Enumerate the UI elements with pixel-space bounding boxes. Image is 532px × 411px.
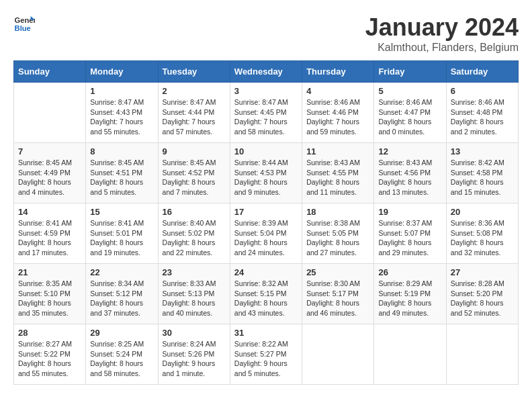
day-number: 13	[451, 146, 514, 156]
day-number: 7	[18, 146, 81, 156]
calendar-cell	[446, 324, 518, 385]
day-number: 5	[378, 86, 441, 96]
day-info: Sunrise: 8:42 AM Sunset: 4:58 PM Dayligh…	[451, 158, 514, 197]
calendar-week-3: 14Sunrise: 8:41 AM Sunset: 4:59 PM Dayli…	[14, 203, 519, 264]
calendar-cell: 13Sunrise: 8:42 AM Sunset: 4:58 PM Dayli…	[446, 143, 518, 203]
day-number: 29	[90, 328, 153, 338]
day-header-sunday: Sunday	[14, 61, 86, 83]
day-info: Sunrise: 8:37 AM Sunset: 5:07 PM Dayligh…	[378, 218, 441, 258]
calendar-cell: 9Sunrise: 8:45 AM Sunset: 4:52 PM Daylig…	[158, 143, 230, 203]
calendar-cell: 2Sunrise: 8:47 AM Sunset: 4:44 PM Daylig…	[158, 83, 230, 143]
calendar-cell: 10Sunrise: 8:44 AM Sunset: 4:53 PM Dayli…	[230, 143, 302, 203]
header: General Blue January 2024 Kalmthout, Fla…	[13, 13, 519, 54]
day-header-wednesday: Wednesday	[230, 61, 302, 83]
day-number: 19	[378, 207, 441, 217]
day-info: Sunrise: 8:41 AM Sunset: 5:01 PM Dayligh…	[90, 218, 153, 258]
day-header-monday: Monday	[86, 61, 158, 83]
day-number: 3	[234, 86, 298, 96]
day-number: 9	[163, 146, 226, 156]
calendar-cell: 18Sunrise: 8:38 AM Sunset: 5:05 PM Dayli…	[302, 203, 374, 264]
day-info: Sunrise: 8:45 AM Sunset: 4:49 PM Dayligh…	[18, 158, 81, 197]
day-number: 20	[451, 207, 514, 217]
calendar-week-5: 28Sunrise: 8:27 AM Sunset: 5:22 PM Dayli…	[14, 324, 519, 385]
calendar-cell: 19Sunrise: 8:37 AM Sunset: 5:07 PM Dayli…	[374, 203, 446, 264]
day-number: 10	[234, 146, 298, 156]
calendar-cell	[14, 83, 86, 143]
day-info: Sunrise: 8:25 AM Sunset: 5:24 PM Dayligh…	[90, 339, 153, 379]
day-number: 4	[306, 86, 369, 96]
calendar-week-1: 1Sunrise: 8:47 AM Sunset: 4:43 PM Daylig…	[14, 83, 519, 143]
day-number: 8	[90, 146, 153, 156]
calendar-cell: 5Sunrise: 8:46 AM Sunset: 4:47 PM Daylig…	[374, 83, 446, 143]
subtitle: Kalmthout, Flanders, Belgium	[365, 42, 519, 54]
day-number: 26	[378, 267, 441, 277]
calendar-cell	[302, 324, 374, 385]
day-info: Sunrise: 8:27 AM Sunset: 5:22 PM Dayligh…	[18, 339, 81, 379]
day-info: Sunrise: 8:45 AM Sunset: 4:52 PM Dayligh…	[163, 158, 226, 197]
calendar-cell: 25Sunrise: 8:30 AM Sunset: 5:17 PM Dayli…	[302, 264, 374, 324]
main-title: January 2024	[365, 13, 519, 42]
day-number: 25	[306, 267, 369, 277]
day-info: Sunrise: 8:33 AM Sunset: 5:13 PM Dayligh…	[163, 279, 226, 318]
calendar-cell: 15Sunrise: 8:41 AM Sunset: 5:01 PM Dayli…	[86, 203, 158, 264]
day-info: Sunrise: 8:47 AM Sunset: 4:45 PM Dayligh…	[234, 97, 298, 137]
day-info: Sunrise: 8:38 AM Sunset: 5:05 PM Dayligh…	[306, 218, 369, 258]
day-info: Sunrise: 8:43 AM Sunset: 4:55 PM Dayligh…	[306, 158, 369, 197]
calendar-table: SundayMondayTuesdayWednesdayThursdayFrid…	[13, 60, 519, 385]
day-info: Sunrise: 8:43 AM Sunset: 4:56 PM Dayligh…	[378, 158, 441, 197]
logo-icon: General Blue	[13, 13, 35, 35]
calendar-cell: 31Sunrise: 8:22 AM Sunset: 5:27 PM Dayli…	[230, 324, 302, 385]
day-info: Sunrise: 8:46 AM Sunset: 4:48 PM Dayligh…	[451, 97, 514, 137]
calendar-cell: 14Sunrise: 8:41 AM Sunset: 4:59 PM Dayli…	[14, 203, 86, 264]
title-section: January 2024 Kalmthout, Flanders, Belgiu…	[365, 13, 519, 54]
day-info: Sunrise: 8:41 AM Sunset: 4:59 PM Dayligh…	[18, 218, 81, 258]
day-number: 2	[163, 86, 226, 96]
day-info: Sunrise: 8:47 AM Sunset: 4:43 PM Dayligh…	[90, 97, 153, 137]
calendar-cell: 12Sunrise: 8:43 AM Sunset: 4:56 PM Dayli…	[374, 143, 446, 203]
calendar-week-2: 7Sunrise: 8:45 AM Sunset: 4:49 PM Daylig…	[14, 143, 519, 203]
calendar-cell: 22Sunrise: 8:34 AM Sunset: 5:12 PM Dayli…	[86, 264, 158, 324]
svg-text:Blue: Blue	[15, 24, 31, 32]
day-number: 27	[451, 267, 514, 277]
day-info: Sunrise: 8:22 AM Sunset: 5:27 PM Dayligh…	[234, 339, 298, 379]
day-number: 11	[306, 146, 369, 156]
calendar-cell: 16Sunrise: 8:40 AM Sunset: 5:02 PM Dayli…	[158, 203, 230, 264]
day-info: Sunrise: 8:45 AM Sunset: 4:51 PM Dayligh…	[90, 158, 153, 197]
day-number: 12	[378, 146, 441, 156]
day-info: Sunrise: 8:36 AM Sunset: 5:08 PM Dayligh…	[451, 218, 514, 258]
day-header-thursday: Thursday	[302, 61, 374, 83]
calendar-cell: 24Sunrise: 8:32 AM Sunset: 5:15 PM Dayli…	[230, 264, 302, 324]
calendar-week-4: 21Sunrise: 8:35 AM Sunset: 5:10 PM Dayli…	[14, 264, 519, 324]
day-number: 14	[18, 207, 81, 217]
day-info: Sunrise: 8:47 AM Sunset: 4:44 PM Dayligh…	[163, 97, 226, 137]
day-number: 23	[163, 267, 226, 277]
day-header-friday: Friday	[374, 61, 446, 83]
day-number: 1	[90, 86, 153, 96]
day-header-tuesday: Tuesday	[158, 61, 230, 83]
day-info: Sunrise: 8:40 AM Sunset: 5:02 PM Dayligh…	[163, 218, 226, 258]
calendar-body: 1Sunrise: 8:47 AM Sunset: 4:43 PM Daylig…	[14, 83, 519, 385]
day-info: Sunrise: 8:29 AM Sunset: 5:19 PM Dayligh…	[378, 279, 441, 318]
day-number: 15	[90, 207, 153, 217]
day-info: Sunrise: 8:44 AM Sunset: 4:53 PM Dayligh…	[234, 158, 298, 197]
calendar-cell: 17Sunrise: 8:39 AM Sunset: 5:04 PM Dayli…	[230, 203, 302, 264]
calendar-cell: 1Sunrise: 8:47 AM Sunset: 4:43 PM Daylig…	[86, 83, 158, 143]
day-number: 22	[90, 267, 153, 277]
day-number: 30	[163, 328, 226, 338]
calendar-cell: 27Sunrise: 8:28 AM Sunset: 5:20 PM Dayli…	[446, 264, 518, 324]
day-number: 31	[234, 328, 298, 338]
day-info: Sunrise: 8:34 AM Sunset: 5:12 PM Dayligh…	[90, 279, 153, 318]
calendar-header: SundayMondayTuesdayWednesdayThursdayFrid…	[14, 61, 519, 83]
day-info: Sunrise: 8:32 AM Sunset: 5:15 PM Dayligh…	[234, 279, 298, 318]
day-number: 24	[234, 267, 298, 277]
logo: General Blue	[13, 13, 35, 35]
day-info: Sunrise: 8:24 AM Sunset: 5:26 PM Dayligh…	[163, 339, 226, 379]
calendar-cell: 11Sunrise: 8:43 AM Sunset: 4:55 PM Dayli…	[302, 143, 374, 203]
day-number: 18	[306, 207, 369, 217]
calendar-cell: 8Sunrise: 8:45 AM Sunset: 4:51 PM Daylig…	[86, 143, 158, 203]
day-info: Sunrise: 8:46 AM Sunset: 4:47 PM Dayligh…	[378, 97, 441, 137]
day-info: Sunrise: 8:35 AM Sunset: 5:10 PM Dayligh…	[18, 279, 81, 318]
calendar-cell: 30Sunrise: 8:24 AM Sunset: 5:26 PM Dayli…	[158, 324, 230, 385]
calendar-cell: 29Sunrise: 8:25 AM Sunset: 5:24 PM Dayli…	[86, 324, 158, 385]
day-info: Sunrise: 8:30 AM Sunset: 5:17 PM Dayligh…	[306, 279, 369, 318]
